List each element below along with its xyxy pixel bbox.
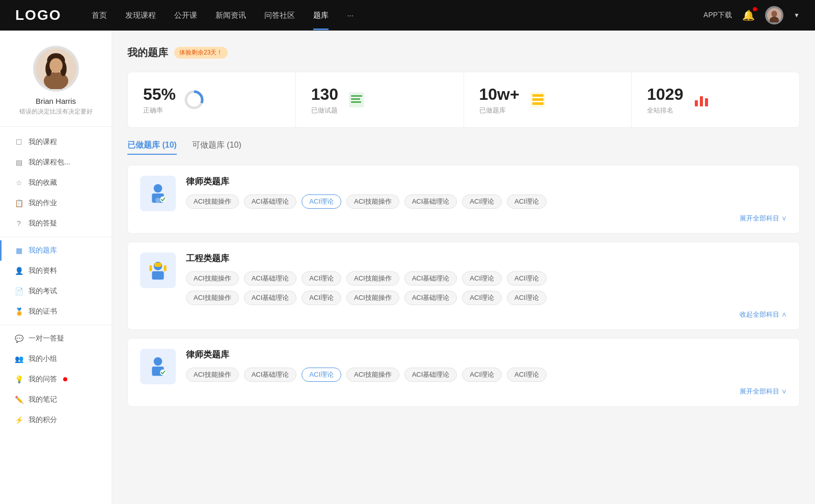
expand-link-lawyer-2[interactable]: 展开全部科目 ∨ [186,387,787,396]
tag-l23[interactable]: ACI技能操作 [346,368,399,382]
tag-e3[interactable]: ACI技能操作 [346,271,399,286]
doc-icon: 📋 [14,199,23,208]
expand-link-lawyer-1[interactable]: 展开全部科目 ∨ [186,214,787,223]
nav-discover[interactable]: 发现课程 [125,11,156,20]
tag-e26[interactable]: ACI理论 [507,291,547,305]
bank-icon-engineer [140,253,176,288]
tag-5[interactable]: ACI理论 [462,194,502,209]
profile-area: Brian Harris 错误的决定比没有决定要好 [0,46,112,127]
svg-rect-15 [351,101,361,103]
tag-6[interactable]: ACI理论 [507,194,547,209]
tag-e6[interactable]: ACI理论 [507,271,547,286]
tag-2[interactable]: ACI理论 [302,194,341,209]
sidebar-item-my-qa[interactable]: ? 我的答疑 [0,213,112,234]
tag-e23[interactable]: ACI技能操作 [346,291,399,305]
tag-0[interactable]: ACI技能操作 [186,194,239,209]
stat-done-banks-label: 已做题库 [479,106,520,115]
trial-badge: 体验剩余23天！ [174,47,228,59]
sidebar-item-my-answers[interactable]: 💡 我的问答 [0,369,112,389]
sidebar-item-my-profile[interactable]: 👤 我的资料 [0,261,112,281]
stat-accuracy: 55% 正确率 [128,72,296,127]
tag-e1[interactable]: ACI基础理论 [244,271,297,286]
user-menu-chevron-icon[interactable]: ▼ [794,12,800,19]
page-header: 我的题库 体验剩余23天！ [127,46,800,60]
sidebar-item-my-bank[interactable]: ▦ 我的题库 [0,240,112,261]
logo: LOGO [15,7,61,23]
svg-rect-18 [532,98,544,101]
chart-bar-icon [691,90,712,110]
notification-bell-icon[interactable]: 🔔 [742,9,755,21]
sidebar-item-my-points[interactable]: ⚡ 我的积分 [0,410,112,430]
nav-more[interactable]: ··· [347,11,354,20]
file2-icon: 📄 [14,287,23,296]
tag-e5[interactable]: ACI理论 [462,271,502,286]
tag-e4[interactable]: ACI基础理论 [404,271,457,286]
sidebar-divider-1 [0,237,112,237]
tabs-row: 已做题库 (10) 可做题库 (10) [127,140,800,155]
stat-rank-value: 1029 [647,85,683,104]
notification-badge [753,7,757,11]
tag-e25[interactable]: ACI理论 [462,291,502,305]
tag-e20[interactable]: ACI技能操作 [186,291,239,305]
nav-open-course[interactable]: 公开课 [174,11,197,20]
question-circle-icon: ? [14,219,23,228]
tag-1[interactable]: ACI基础理论 [244,194,297,209]
sidebar-item-one-on-one[interactable]: 💬 一对一答疑 [0,328,112,349]
nav-items: 首页 发现课程 公开课 新闻资讯 问答社区 题库 ··· [92,11,703,20]
app-download-button[interactable]: APP下载 [703,11,732,20]
stat-accuracy-value: 55% [143,85,176,104]
nav-qa[interactable]: 问答社区 [264,11,295,20]
sidebar-item-my-notes[interactable]: ✏️ 我的笔记 [0,389,112,410]
tag-3[interactable]: ACI技能操作 [346,194,399,209]
tags-row-engineer-2: ACI技能操作 ACI基础理论 ACI理论 ACI技能操作 ACI基础理论 AC… [186,291,787,305]
sidebar-item-my-course-pack[interactable]: ▤ 我的课程包... [0,152,112,173]
svg-rect-22 [705,98,708,106]
sidebar-item-my-course[interactable]: ☐ 我的课程 [0,132,112,152]
tab-available-banks[interactable]: 可做题库 (10) [192,140,241,155]
top-navigation: LOGO 首页 发现课程 公开课 新闻资讯 问答社区 题库 ··· APP下载 … [0,0,815,31]
stat-done-questions-value: 130 [311,85,338,104]
svg-point-25 [155,198,160,203]
tab-done-banks[interactable]: 已做题库 (10) [127,140,177,155]
tag-e2[interactable]: ACI理论 [302,271,341,286]
sidebar-item-my-favorites[interactable]: ☆ 我的收藏 [0,173,112,193]
tag-l26[interactable]: ACI理论 [507,368,547,382]
tag-l21[interactable]: ACI基础理论 [244,368,297,382]
nav-home[interactable]: 首页 [92,11,107,20]
answers-badge [63,377,67,381]
stat-accuracy-label: 正确率 [143,106,176,115]
svg-rect-19 [532,102,544,105]
collapse-link-engineer[interactable]: 收起全部科目 ∧ [186,310,787,319]
file-icon: ☐ [14,137,23,147]
stat-done-banks: 10w+ 已做题库 [464,72,632,127]
pie-icon [184,90,204,110]
svg-point-1 [772,11,777,17]
tag-e22[interactable]: ACI理论 [302,291,341,305]
bank-card-engineer: 工程类题库 ACI技能操作 ACI基础理论 ACI理论 ACI技能操作 ACI基… [127,242,800,330]
page-title: 我的题库 [127,46,168,60]
main-layout: Brian Harris 错误的决定比没有决定要好 ☐ 我的课程 ▤ 我的课程包… [0,31,815,504]
sidebar-menu: ☐ 我的课程 ▤ 我的课程包... ☆ 我的收藏 📋 我的作业 ? 我的答疑 ▦ [0,127,112,435]
sidebar-item-my-homework[interactable]: 📋 我的作业 [0,193,112,213]
nav-bank[interactable]: 题库 [313,11,329,20]
tag-e21[interactable]: ACI基础理论 [244,291,297,305]
sidebar-item-my-group[interactable]: 👥 我的小组 [0,349,112,369]
tag-e0[interactable]: ACI技能操作 [186,271,239,286]
sidebar-item-my-cert[interactable]: 🏅 我的证书 [0,301,112,322]
sidebar: Brian Harris 错误的决定比没有决定要好 ☐ 我的课程 ▤ 我的课程包… [0,31,112,504]
tag-l20[interactable]: ACI技能操作 [186,368,239,382]
tag-l25[interactable]: ACI理论 [462,368,502,382]
tag-e24[interactable]: ACI基础理论 [404,291,457,305]
user-avatar[interactable] [765,6,783,24]
chart-icon: ▤ [14,158,23,167]
tag-l22[interactable]: ACI理论 [302,368,341,382]
list-icon [346,90,367,110]
nav-news[interactable]: 新闻资讯 [215,11,246,20]
svg-rect-20 [695,100,698,106]
sidebar-item-my-exam[interactable]: 📄 我的考试 [0,281,112,301]
person-icon: 👤 [14,266,23,275]
tag-4[interactable]: ACI基础理论 [404,194,457,209]
tag-l24[interactable]: ACI基础理论 [404,368,457,382]
svg-rect-29 [154,263,161,267]
stat-done-banks-value: 10w+ [479,85,520,104]
